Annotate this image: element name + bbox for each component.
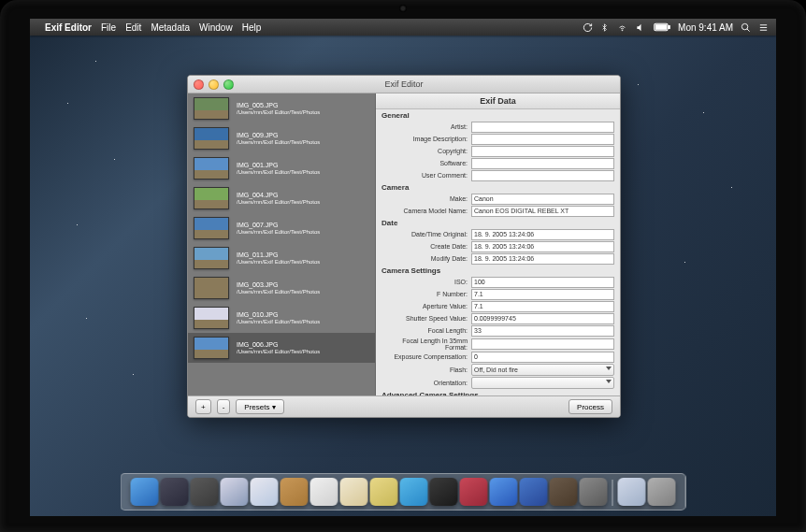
input-shutter[interactable]: 0.0099999745 bbox=[471, 313, 614, 324]
label-software: Software: bbox=[381, 160, 468, 166]
label-artist: Artist: bbox=[381, 123, 468, 130]
window-footer: + - Presets ▾ Process bbox=[188, 395, 620, 417]
bluetooth-icon[interactable] bbox=[600, 22, 609, 33]
dock-photo-booth-icon[interactable] bbox=[460, 478, 488, 506]
menu-file[interactable]: File bbox=[101, 22, 116, 33]
input-create-date[interactable]: 18. 9. 2005 13:24:06 bbox=[471, 241, 614, 252]
dock-facetime-icon[interactable] bbox=[430, 478, 458, 506]
zoom-button[interactable] bbox=[223, 79, 234, 90]
file-path: /Users/mn/Exif Editor/Test/Photos bbox=[237, 349, 320, 356]
dock-notes-icon[interactable] bbox=[370, 478, 398, 506]
sync-icon[interactable] bbox=[583, 22, 593, 33]
input-exp-comp[interactable]: 0 bbox=[471, 352, 614, 363]
titlebar[interactable]: Exif Editor bbox=[188, 76, 620, 93]
process-button[interactable]: Process bbox=[569, 399, 612, 414]
file-row[interactable]: IMG_004.JPG/Users/mn/Exif Editor/Test/Ph… bbox=[188, 183, 375, 213]
input-software[interactable] bbox=[471, 158, 614, 169]
remove-button[interactable]: - bbox=[217, 399, 231, 414]
dock-downloads-icon[interactable] bbox=[618, 478, 646, 506]
file-info: IMG_010.JPG/Users/mn/Exif Editor/Test/Ph… bbox=[237, 310, 320, 326]
input-dt-original[interactable]: 18. 9. 2005 13:24:06 bbox=[471, 229, 614, 240]
notification-center-icon[interactable] bbox=[758, 22, 769, 33]
file-info: IMG_006.JPG/Users/mn/Exif Editor/Test/Ph… bbox=[237, 340, 320, 356]
file-row[interactable]: IMG_003.JPG/Users/mn/Exif Editor/Test/Ph… bbox=[188, 273, 375, 303]
file-thumbnail bbox=[194, 157, 229, 180]
dock-iphoto-icon[interactable] bbox=[550, 478, 578, 506]
close-button[interactable] bbox=[194, 79, 204, 90]
label-copyright: Copyright: bbox=[381, 148, 468, 154]
file-info: IMG_003.JPG/Users/mn/Exif Editor/Test/Ph… bbox=[237, 280, 320, 296]
app-menu: Exif Editor File Edit Metadata Window He… bbox=[45, 22, 261, 33]
minimize-button[interactable] bbox=[209, 79, 219, 90]
input-fnumber[interactable]: 7.1 bbox=[471, 289, 614, 300]
file-row[interactable]: IMG_006.JPG/Users/mn/Exif Editor/Test/Ph… bbox=[188, 333, 375, 363]
window-title: Exif Editor bbox=[384, 79, 423, 89]
dock-reminders-icon[interactable] bbox=[340, 478, 368, 506]
dock-finder-icon[interactable] bbox=[131, 478, 159, 506]
menubar-clock[interactable]: Mon 9:41 AM bbox=[678, 22, 733, 33]
menu-help[interactable]: Help bbox=[242, 22, 262, 33]
dock-safari-icon[interactable] bbox=[221, 478, 249, 506]
svg-rect-3 bbox=[669, 26, 670, 29]
input-artist[interactable] bbox=[471, 122, 614, 133]
dock-launchpad-icon[interactable] bbox=[161, 478, 189, 506]
volume-icon[interactable] bbox=[636, 22, 646, 33]
dock-app-store-icon[interactable] bbox=[520, 478, 548, 506]
input-copyright[interactable] bbox=[471, 146, 614, 157]
desktop[interactable]: Exif Editor File Edit Metadata Window He… bbox=[30, 19, 776, 516]
label-orientation: Orientation: bbox=[381, 380, 468, 386]
menu-app-name[interactable]: Exif Editor bbox=[45, 22, 92, 33]
label-modify-date: Modify Date: bbox=[381, 255, 468, 262]
menu-edit[interactable]: Edit bbox=[125, 22, 141, 33]
svg-point-0 bbox=[622, 30, 623, 31]
input-iso[interactable]: 100 bbox=[471, 277, 614, 288]
menu-metadata[interactable]: Metadata bbox=[151, 22, 190, 33]
input-image-desc[interactable] bbox=[471, 134, 614, 145]
file-sidebar[interactable]: IMG_005.JPG/Users/mn/Exif Editor/Test/Ph… bbox=[188, 93, 376, 395]
dock-itunes-icon[interactable] bbox=[490, 478, 518, 506]
file-row[interactable]: IMG_011.JPG/Users/mn/Exif Editor/Test/Ph… bbox=[188, 243, 375, 273]
file-thumbnail bbox=[194, 187, 229, 209]
add-button[interactable]: + bbox=[195, 399, 211, 414]
app-window: Exif Editor IMG_005.JPG/Users/mn/Exif Ed… bbox=[187, 75, 621, 418]
dock-preferences-icon[interactable] bbox=[580, 478, 608, 506]
file-name: IMG_003.JPG bbox=[237, 280, 320, 289]
file-name: IMG_001.JPG bbox=[237, 161, 320, 169]
spotlight-icon[interactable] bbox=[741, 22, 751, 33]
dock-contacts-icon[interactable] bbox=[281, 478, 309, 506]
label-user-comment: User Comment: bbox=[381, 172, 468, 179]
wifi-icon[interactable] bbox=[616, 22, 628, 32]
file-name: IMG_010.JPG bbox=[237, 310, 320, 319]
label-image-desc: Image Description: bbox=[381, 136, 468, 142]
input-aperture[interactable]: 7.1 bbox=[471, 301, 614, 312]
file-row[interactable]: IMG_010.JPG/Users/mn/Exif Editor/Test/Ph… bbox=[188, 303, 375, 333]
menu-window[interactable]: Window bbox=[199, 22, 233, 33]
dock-mission-control-icon[interactable] bbox=[191, 478, 219, 506]
input-modify-date[interactable]: 18. 9. 2005 13:24:06 bbox=[471, 253, 614, 265]
dock-calendar-icon[interactable] bbox=[310, 478, 338, 506]
dock-trash-icon[interactable] bbox=[648, 478, 676, 506]
presets-button[interactable]: Presets ▾ bbox=[236, 399, 283, 414]
file-path: /Users/mn/Exif Editor/Test/Photos bbox=[237, 199, 320, 207]
file-thumbnail bbox=[194, 277, 229, 299]
file-row[interactable]: IMG_005.JPG/Users/mn/Exif Editor/Test/Ph… bbox=[188, 93, 375, 123]
label-aperture: Aperture Value: bbox=[381, 303, 468, 309]
select-flash[interactable]: Off, Did not fire bbox=[471, 364, 614, 376]
input-model[interactable]: Canon EOS DIGITAL REBEL XT bbox=[471, 206, 614, 217]
dock-mail-icon[interactable] bbox=[251, 478, 279, 506]
file-info: IMG_001.JPG/Users/mn/Exif Editor/Test/Ph… bbox=[237, 161, 320, 177]
exif-detail-panel[interactable]: Exif Data General Artist: Image Descript… bbox=[376, 93, 620, 395]
label-focal35: Focal Length In 35mm Format: bbox=[381, 338, 468, 351]
select-orientation[interactable] bbox=[471, 377, 614, 389]
section-date: Date bbox=[376, 217, 620, 228]
input-focal[interactable]: 33 bbox=[471, 325, 614, 337]
input-focal35[interactable] bbox=[471, 338, 614, 350]
battery-icon[interactable] bbox=[654, 22, 670, 32]
file-row[interactable]: IMG_009.JPG/Users/mn/Exif Editor/Test/Ph… bbox=[188, 123, 375, 153]
input-user-comment[interactable] bbox=[471, 170, 614, 181]
file-row[interactable]: IMG_001.JPG/Users/mn/Exif Editor/Test/Ph… bbox=[188, 153, 375, 183]
input-make[interactable]: Canon bbox=[471, 194, 614, 205]
dock-separator bbox=[612, 480, 613, 506]
file-row[interactable]: IMG_007.JPG/Users/mn/Exif Editor/Test/Ph… bbox=[188, 213, 375, 243]
dock-messages-icon[interactable] bbox=[400, 478, 428, 506]
